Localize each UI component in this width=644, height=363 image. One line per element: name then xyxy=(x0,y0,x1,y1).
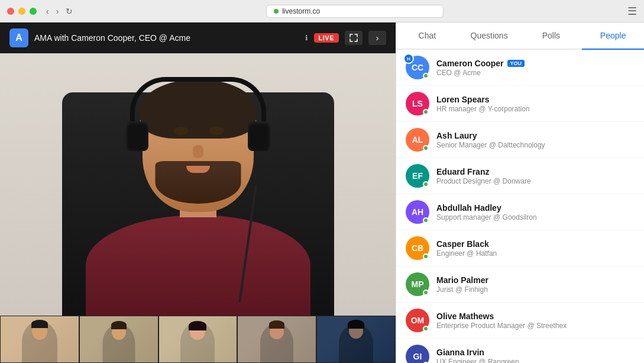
traffic-lights xyxy=(7,8,37,15)
refresh-button[interactable]: ↻ xyxy=(63,5,75,17)
address-bar: livestorm.co xyxy=(82,5,627,18)
person-item[interactable]: GI Gianna Irvin UX Engineer @ Rangreen xyxy=(396,339,644,363)
person-role: Enterprise Product Manager @ Streethex xyxy=(436,322,635,330)
avatar-wrap: CB xyxy=(406,236,429,260)
person-role: Support manager @ Goodsilron xyxy=(436,213,635,221)
thumbnail-strip xyxy=(0,316,396,363)
back-button[interactable]: ‹ xyxy=(44,5,51,17)
close-traffic-light[interactable] xyxy=(7,8,14,15)
stream-title: AMA with Cameron Cooper, CEO @ Acme xyxy=(34,33,299,43)
avatar-wrap: H CC xyxy=(406,56,429,79)
person-role: CEO @ Acme xyxy=(436,69,635,77)
person-role: Jurist @ Finhigh xyxy=(436,285,635,294)
online-indicator xyxy=(423,109,429,115)
person-name-row: Casper Black xyxy=(436,239,635,249)
url-text: livestorm.co xyxy=(282,7,320,15)
url-box[interactable]: livestorm.co xyxy=(266,5,444,18)
person-role: UX Engineer @ Rangreen xyxy=(436,358,635,364)
online-indicator xyxy=(423,145,429,151)
online-indicator xyxy=(423,326,429,332)
person-name: Abdullah Hadley xyxy=(436,203,501,213)
avatar: GI xyxy=(406,345,429,363)
person-item[interactable]: LS Loren Spears HR manager @ Y-corporati… xyxy=(396,86,644,122)
person-info: Eduard Franz Product Designer @ Donware xyxy=(436,167,635,185)
menu-icon[interactable]: ☰ xyxy=(627,5,637,18)
person-name: Casper Black xyxy=(436,239,489,249)
person-info: Loren Spears HR manager @ Y-corporation xyxy=(436,95,635,113)
you-badge: YOU xyxy=(507,60,525,67)
person-role: HR manager @ Y-corporation xyxy=(436,105,635,113)
person-role: Senior Manager @ Dalttechnology xyxy=(436,141,635,149)
avatar-wrap: OM xyxy=(406,309,429,332)
avatar-wrap: EF xyxy=(406,164,429,188)
next-button[interactable]: › xyxy=(368,31,386,45)
person-item[interactable]: AL Ash Laury Senior Manager @ Dalttechno… xyxy=(396,122,644,158)
person-item[interactable]: OM Olive Mathews Enterprise Product Mana… xyxy=(396,303,644,339)
person-info: Olive Mathews Enterprise Product Manager… xyxy=(436,311,635,330)
avatar-wrap: AL xyxy=(406,128,429,152)
host-avatar: A xyxy=(9,28,28,47)
person-item[interactable]: AH Abdullah Hadley Support manager @ Goo… xyxy=(396,194,644,230)
online-indicator xyxy=(423,290,429,295)
person-item[interactable]: MP Mario Palmer Jurist @ Finhigh xyxy=(396,266,644,303)
avatar-wrap: LS xyxy=(406,92,429,115)
forward-button[interactable]: › xyxy=(54,5,62,17)
person-item[interactable]: CB Casper Black Engineer @ Hatfan xyxy=(396,230,644,266)
thumbnail-1[interactable] xyxy=(0,316,79,363)
person-info: Abdullah Hadley Support manager @ Goodsi… xyxy=(436,203,635,221)
person-name: Mario Palmer xyxy=(436,275,488,285)
person-info: Casper Black Engineer @ Hatfan xyxy=(436,239,635,258)
person-name-row: Mario Palmer xyxy=(436,275,635,285)
person-role: Engineer @ Hatfan xyxy=(436,249,635,258)
main-video xyxy=(0,53,396,316)
video-header: A AMA with Cameron Cooper, CEO @ Acme ℹ … xyxy=(0,23,396,53)
expand-button[interactable] xyxy=(345,31,363,45)
person-info: Ash Laury Senior Manager @ Dalttechnolog… xyxy=(436,131,635,149)
thumbnail-5[interactable] xyxy=(316,316,396,363)
person-info: Gianna Irvin UX Engineer @ Rangreen xyxy=(436,348,635,364)
avatar-wrap: MP xyxy=(406,272,429,296)
avatar-wrap: GI xyxy=(406,345,429,363)
person-name: Ash Laury xyxy=(436,131,477,140)
person-item[interactable]: H CC Cameron Cooper YOU CEO @ Acme xyxy=(396,50,644,86)
live-badge: LIVE xyxy=(314,33,339,43)
online-indicator xyxy=(423,253,429,259)
tab-polls[interactable]: Polls xyxy=(520,23,582,50)
thumbnail-4[interactable] xyxy=(237,316,316,363)
nav-buttons: ‹ › ↻ xyxy=(44,5,75,17)
person-name-row: Eduard Franz xyxy=(436,167,635,176)
person-info: Cameron Cooper YOU CEO @ Acme xyxy=(436,59,635,77)
title-bar: ‹ › ↻ livestorm.co ☰ xyxy=(0,0,644,23)
right-panel: Chat Questions Polls People H CC Cameron… xyxy=(396,23,644,363)
fullscreen-traffic-light[interactable] xyxy=(30,8,37,15)
info-icon: ℹ xyxy=(305,34,308,42)
minimize-traffic-light[interactable] xyxy=(18,8,25,15)
person-name-row: Abdullah Hadley xyxy=(436,203,635,213)
host-badge: H xyxy=(403,53,414,64)
person-name-row: Ash Laury xyxy=(436,131,635,140)
person-name: Gianna Irvin xyxy=(436,348,484,357)
person-name-row: Gianna Irvin xyxy=(436,348,635,357)
person-role: Product Designer @ Donware xyxy=(436,177,635,185)
person-name: Cameron Cooper xyxy=(436,59,504,68)
person-name-row: Loren Spears xyxy=(436,95,635,104)
people-list: H CC Cameron Cooper YOU CEO @ Acme LS Lo… xyxy=(396,50,644,363)
tab-chat[interactable]: Chat xyxy=(396,23,458,50)
tab-questions[interactable]: Questions xyxy=(458,23,520,50)
person-info: Mario Palmer Jurist @ Finhigh xyxy=(436,275,635,294)
thumbnail-2[interactable] xyxy=(79,316,158,363)
thumbnail-3[interactable] xyxy=(158,316,238,363)
tabs-bar: Chat Questions Polls People xyxy=(396,23,644,50)
person-item[interactable]: EF Eduard Franz Product Designer @ Donwa… xyxy=(396,158,644,194)
tab-people[interactable]: People xyxy=(582,23,644,50)
avatar-wrap: AH xyxy=(406,200,429,224)
online-indicator xyxy=(423,181,429,187)
online-indicator xyxy=(423,73,429,79)
person-name: Loren Spears xyxy=(436,95,489,104)
person-name: Eduard Franz xyxy=(436,167,489,176)
person-name-row: Cameron Cooper YOU xyxy=(436,59,635,68)
secure-indicator xyxy=(274,9,279,14)
online-indicator xyxy=(423,217,429,223)
main-content: A AMA with Cameron Cooper, CEO @ Acme ℹ … xyxy=(0,23,644,363)
video-section: A AMA with Cameron Cooper, CEO @ Acme ℹ … xyxy=(0,23,396,363)
